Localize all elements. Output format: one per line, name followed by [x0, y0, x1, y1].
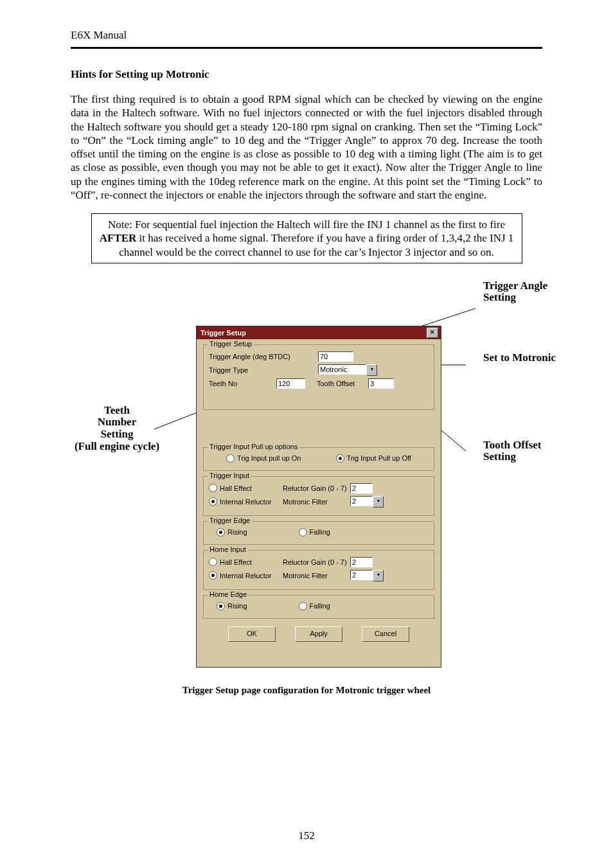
- radio-pullup-off[interactable]: Trig Input Pull up Off: [336, 454, 411, 463]
- radio-label: Trig Input Pull up Off: [347, 454, 411, 462]
- callout-line: Setting: [53, 429, 181, 441]
- figure-caption: Trigger Setup page configuration for Mot…: [71, 685, 542, 696]
- teeth-no-input[interactable]: [276, 378, 305, 389]
- chevron-down-icon[interactable]: ▾: [373, 570, 384, 581]
- header-rule: [71, 47, 542, 49]
- dialog-title: Trigger Setup: [200, 329, 246, 337]
- note-bold: AFTER: [100, 232, 137, 244]
- home-filter-value[interactable]: [350, 570, 373, 580]
- radio-label: Hall Effect: [220, 558, 252, 566]
- radio-label: Rising: [227, 528, 247, 536]
- note-text-suffix: it has received a home signal. Therefore…: [119, 232, 513, 258]
- trigger-gain-label: Reluctor Gain (0 - 7): [283, 484, 350, 492]
- group-trigger-setup: Trigger Setup Trigger Angle (deg BTDC) T…: [203, 344, 434, 410]
- apply-button[interactable]: Apply: [295, 626, 342, 642]
- callout-set-motronic: Set to Motronic: [483, 352, 573, 364]
- home-filter-label: Motronic Filter: [283, 572, 350, 580]
- figure: Trigger Angle Setting Set to Motronic To…: [71, 289, 542, 681]
- radio-label: Falling: [310, 602, 330, 610]
- close-icon[interactable]: ✕: [427, 328, 438, 338]
- body-paragraph: The first thing required is to obtain a …: [71, 93, 542, 202]
- radio-trigger-falling[interactable]: Falling: [299, 528, 330, 536]
- radio-trigger-rising[interactable]: Rising: [217, 528, 247, 536]
- radio-label: Internal Reluctor: [220, 498, 272, 506]
- group-legend: Trigger Input Pull up options: [208, 443, 299, 450]
- section-title: Hints for Setting up Motronic: [71, 68, 542, 81]
- trigger-gain-input[interactable]: [350, 483, 373, 493]
- group-legend: Trigger Input: [208, 472, 251, 479]
- radio-icon: [217, 528, 225, 536]
- home-filter-select[interactable]: ▾: [350, 570, 384, 581]
- radio-label: Internal Reluctor: [220, 572, 272, 580]
- radio-home-hall[interactable]: Hall Effect: [209, 558, 283, 566]
- group-legend: Home Edge: [208, 590, 249, 598]
- group-trigger-input: Trigger Input Hall Effect Reluctor Gain …: [203, 476, 434, 516]
- radio-pullup-on[interactable]: Trig Input pull up On: [226, 454, 301, 463]
- callout-line: Teeth: [53, 405, 181, 417]
- radio-label: Trig Input pull up On: [237, 454, 301, 462]
- radio-icon: [209, 497, 217, 506]
- trigger-filter-value[interactable]: [350, 496, 373, 506]
- radio-label: Hall Effect: [220, 484, 252, 492]
- callout-line: (Full engine cycle): [53, 441, 181, 453]
- note-text-prefix: Note: For sequential fuel injection the …: [108, 218, 505, 231]
- radio-home-rising[interactable]: Rising: [217, 602, 247, 610]
- cancel-button[interactable]: Cancel: [362, 626, 409, 642]
- trigger-type-label: Trigger Type: [209, 366, 318, 374]
- trigger-type-value[interactable]: [318, 364, 366, 375]
- trigger-filter-label: Motronic Filter: [283, 498, 350, 506]
- radio-icon: [209, 558, 217, 566]
- radio-icon: [299, 528, 307, 536]
- trigger-setup-dialog: Trigger Setup ✕ Trigger Setup Trigger An…: [196, 326, 441, 668]
- radio-label: Falling: [310, 528, 330, 536]
- radio-trigger-hall[interactable]: Hall Effect: [209, 484, 283, 492]
- radio-icon: [217, 602, 225, 610]
- dialog-titlebar[interactable]: Trigger Setup ✕: [197, 326, 441, 339]
- tooth-offset-input[interactable]: [368, 378, 394, 389]
- radio-icon: [336, 454, 344, 463]
- teeth-no-label: Teeth No: [209, 380, 276, 387]
- group-pullup: Trigger Input Pull up options Trig Input…: [203, 447, 434, 471]
- radio-icon: [209, 571, 217, 580]
- group-home-input: Home Input Hall Effect Reluctor Gain (0 …: [203, 550, 434, 590]
- chevron-down-icon[interactable]: ▾: [366, 364, 377, 376]
- trigger-angle-label: Trigger Angle (deg BTDC): [209, 353, 318, 360]
- tooth-offset-label: Tooth Offset: [317, 380, 368, 387]
- radio-home-reluctor[interactable]: Internal Reluctor: [209, 571, 283, 580]
- trigger-type-select[interactable]: ▾: [318, 364, 377, 376]
- callout-teeth-number: Teeth Number Setting (Full engine cycle): [53, 405, 181, 453]
- chevron-down-icon[interactable]: ▾: [373, 496, 384, 508]
- trigger-filter-select[interactable]: ▾: [350, 496, 384, 508]
- callout-tooth-offset: Tooth Offset Setting: [483, 439, 573, 463]
- radio-icon: [226, 454, 235, 463]
- group-trigger-edge: Trigger Edge Rising Falling: [203, 521, 434, 545]
- trigger-angle-input[interactable]: [318, 351, 353, 362]
- page-number: 152: [0, 829, 613, 842]
- radio-icon: [299, 602, 307, 610]
- callout-trigger-angle: Trigger Angle Setting: [483, 280, 573, 304]
- radio-trigger-reluctor[interactable]: Internal Reluctor: [209, 497, 283, 506]
- group-legend: Home Input: [208, 545, 248, 553]
- page-header: E6X Manual: [71, 29, 542, 42]
- callout-line: Number: [53, 416, 181, 429]
- radio-label: Rising: [227, 602, 247, 610]
- home-gain-input[interactable]: [350, 557, 373, 567]
- note-box: Note: For sequential fuel injection the …: [91, 213, 522, 263]
- radio-home-falling[interactable]: Falling: [299, 602, 330, 610]
- home-gain-label: Reluctor Gain (0 - 7): [283, 558, 350, 566]
- group-legend: Trigger Edge: [208, 517, 252, 524]
- ok-button[interactable]: OK: [228, 626, 276, 642]
- radio-icon: [209, 484, 217, 492]
- group-legend: Trigger Setup: [208, 340, 254, 348]
- group-home-edge: Home Edge Rising Falling: [203, 595, 434, 619]
